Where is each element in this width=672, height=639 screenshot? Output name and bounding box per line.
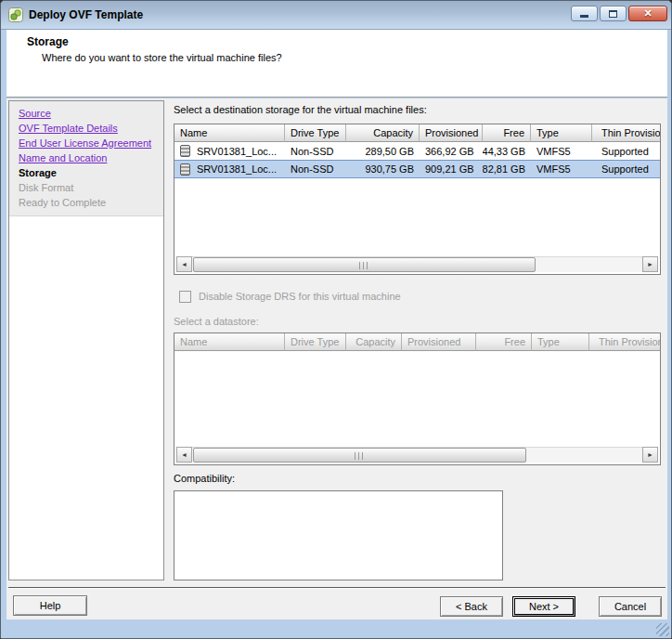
- column-header-name[interactable]: Name: [174, 333, 285, 351]
- column-header-type[interactable]: Type: [531, 124, 592, 142]
- table-body: SRV01381_Loc...Non-SSD289,50 GB366,92 GB…: [174, 142, 660, 178]
- wizard-step-disk-format: Disk Format: [9, 180, 163, 195]
- datastore-name-cell: SRV01381_Loc...: [174, 163, 285, 176]
- table-cell: 366,92 GB: [420, 146, 483, 157]
- table-cell: Non-SSD: [285, 163, 346, 175]
- disable-storage-drs-checkbox: [179, 291, 191, 303]
- window-title: Deploy OVF Template: [29, 8, 143, 21]
- column-header-capacity[interactable]: Capacity: [346, 333, 402, 351]
- deploy-ovf-template-dialog: Deploy OVF Template ✕ Storage Where do y…: [0, 0, 672, 639]
- vsphere-app-icon: [8, 7, 23, 22]
- wizard-step-ovf-template-details[interactable]: OVF Template Details: [9, 121, 163, 136]
- scrollbar-track[interactable]: [192, 256, 642, 272]
- datastore-disk-icon: [180, 145, 190, 157]
- column-header-free[interactable]: Free: [476, 333, 532, 351]
- title-bar[interactable]: Deploy OVF Template ✕: [1, 1, 672, 30]
- select-datastore-label: Select a datastore:: [174, 316, 259, 327]
- column-header-drive-type[interactable]: Drive Type: [285, 124, 346, 142]
- table-cell: 582,81 GB: [483, 163, 531, 175]
- column-header-name[interactable]: Name: [174, 124, 285, 142]
- horizontal-scrollbar: ◄ ►: [176, 447, 658, 463]
- column-header-provisioned[interactable]: Provisioned: [402, 333, 476, 351]
- wizard-step-end-user-license-agreement[interactable]: End User License Agreement: [9, 136, 163, 150]
- wizard-header: Storage Where do you want to store the v…: [6, 30, 667, 98]
- scroll-right-button[interactable]: ►: [642, 447, 658, 463]
- scrollbar-thumb[interactable]: [193, 257, 536, 272]
- scrollbar-track[interactable]: [192, 447, 642, 463]
- table-cell: VMFS5: [531, 146, 592, 157]
- table-header-row: NameDrive TypeCapacityProvisionedFreeTyp…: [174, 333, 660, 351]
- column-header-thin-provisioned[interactable]: Thin Provisioned: [592, 124, 661, 142]
- horizontal-scrollbar: ◄ ►: [176, 256, 658, 272]
- column-header-provisioned[interactable]: Provisioned: [420, 124, 483, 142]
- page-title: Storage: [27, 35, 69, 48]
- column-header-capacity[interactable]: Capacity: [346, 124, 420, 142]
- wizard-steps-panel: SourceOVF Template DetailsEnd User Licen…: [8, 100, 164, 580]
- maximize-button[interactable]: [600, 6, 627, 21]
- datastore-row[interactable]: SRV01381_Loc...Non-SSD289,50 GB366,92 GB…: [174, 142, 660, 160]
- datastore-row[interactable]: SRV01381_Loc...Non-SSD930,75 GB909,21 GB…: [174, 160, 660, 178]
- column-header-drive-type[interactable]: Drive Type: [285, 333, 346, 351]
- table-cell: 930,75 GB: [346, 163, 420, 175]
- help-button[interactable]: Help: [13, 595, 87, 616]
- scroll-left-button[interactable]: ◄: [176, 256, 192, 272]
- table-cell: Supported: [592, 146, 661, 157]
- cancel-button[interactable]: Cancel: [599, 596, 662, 617]
- datastore-disk-icon: [180, 163, 190, 176]
- datastore-name-cell: SRV01381_Loc...: [174, 145, 285, 157]
- minimize-icon: [580, 15, 588, 18]
- close-icon: ✕: [643, 8, 652, 19]
- datastore-table: NameDrive TypeCapacityProvisionedFreeTyp…: [174, 333, 661, 465]
- scroll-right-button[interactable]: ►: [642, 256, 658, 272]
- column-header-type[interactable]: Type: [532, 333, 589, 351]
- wizard-step-storage: Storage: [9, 165, 163, 180]
- destination-storage-label: Select a destination storage for the vir…: [174, 104, 427, 115]
- minimize-button[interactable]: [571, 6, 598, 21]
- table-cell: VMFS5: [531, 163, 592, 175]
- wizard-step-source[interactable]: Source: [9, 106, 163, 121]
- compatibility-label: Compatibility:: [174, 473, 235, 484]
- disable-storage-drs-label: Disable Storage DRS for this virtual mac…: [199, 291, 401, 302]
- table-cell: Supported: [592, 163, 661, 175]
- wizard-step-ready-to-complete: Ready to Complete: [9, 195, 163, 210]
- table-cell: 289,50 GB: [346, 146, 420, 157]
- next-button[interactable]: Next >: [512, 596, 575, 617]
- scroll-left-button[interactable]: ◄: [176, 447, 192, 463]
- table-cell: Non-SSD: [285, 146, 346, 157]
- close-button[interactable]: ✕: [628, 6, 667, 21]
- maximize-icon: [609, 10, 617, 18]
- wizard-step-name-and-location[interactable]: Name and Location: [9, 150, 163, 165]
- window-bottom-frame: [1, 619, 672, 639]
- resize-grip[interactable]: [656, 623, 669, 636]
- back-button[interactable]: < Back: [440, 596, 503, 617]
- compatibility-box: [174, 490, 503, 580]
- destination-storage-table: NameDrive TypeCapacityProvisionedFreeTyp…: [174, 124, 661, 275]
- footer-divider: [8, 587, 666, 589]
- scrollbar-thumb[interactable]: [193, 448, 526, 463]
- page-subtitle: Where do you want to store the virtual m…: [42, 52, 282, 63]
- column-header-free[interactable]: Free: [483, 124, 531, 142]
- column-header-thin-provisioned[interactable]: Thin Provisioned: [589, 333, 661, 351]
- window-controls: ✕: [571, 6, 667, 21]
- table-cell: 44,33 GB: [483, 146, 531, 157]
- wizard-steps-list: SourceOVF Template DetailsEnd User Licen…: [9, 101, 163, 216]
- table-header-row: NameDrive TypeCapacityProvisionedFreeTyp…: [174, 124, 660, 142]
- table-cell: 909,21 GB: [420, 163, 483, 175]
